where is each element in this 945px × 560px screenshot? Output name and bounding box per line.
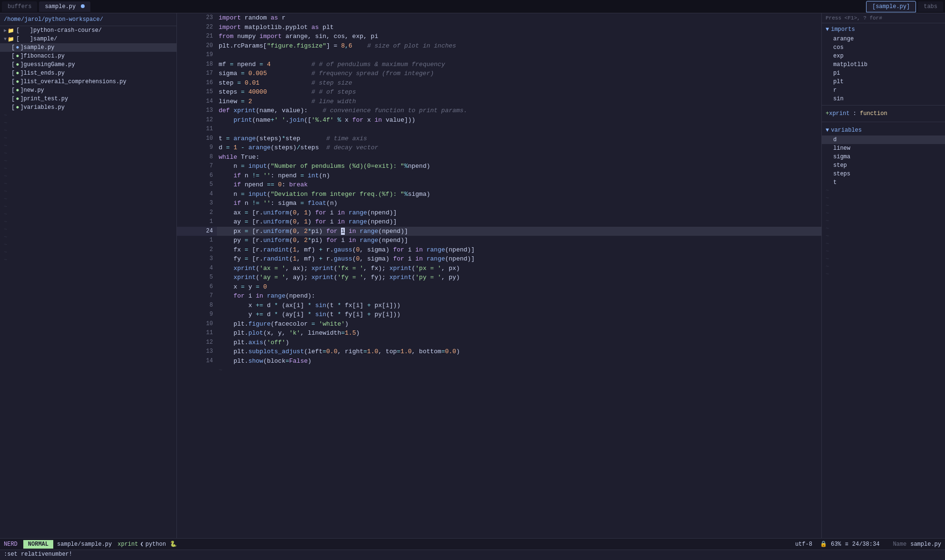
tab-right-tabs[interactable]: tabs [918,1,943,12]
tilde-row: ~ [177,366,821,375]
code-content[interactable]: if npend == 0: break [217,180,821,190]
tilde-content: ~ [217,366,821,375]
code-content[interactable]: plt.rcParams["figure.figsize"] = 8,6 # s… [217,41,821,51]
mode-indicator: NORMAL [23,540,53,549]
sidebar-item-list-comprehensions[interactable]: [ ● ]list_overall_comprehensions.py [0,77,176,86]
code-content[interactable]: plt.figure(facecolor = 'white') [217,319,821,329]
table-row: 2 fx = [r.randint(1, mf) + r.gauss(0, si… [177,245,821,255]
code-content[interactable]: fx = [r.randint(1, mf) + r.gauss(0, sigm… [217,245,821,255]
lock-icon: 🔒 [820,541,827,548]
cursor-position: 24/38:34 [852,541,880,548]
imports-section-header[interactable]: ▼ imports [822,23,945,35]
code-container[interactable]: 23 import random as r 22 import matplotl… [177,13,821,538]
import-sin[interactable]: sin [822,95,945,103]
code-content[interactable]: xprint('ax = ', ax); xprint('fx = ', fx)… [217,264,821,273]
code-content[interactable]: for i in range(npend): [217,291,821,301]
table-row: 14 linew = 2 # line width [177,97,821,106]
variable-linew[interactable]: linew [822,144,945,153]
import-arange[interactable]: arange [822,35,945,43]
table-row: 6 if n != '': npend = int(n) [177,171,821,181]
import-r[interactable]: r [822,86,945,95]
sidebar-item-sample-py[interactable]: [ ● ]sample.py [0,43,176,52]
line-number: 20 [177,41,217,51]
code-content[interactable]: if n != '': sigma = float(n) [217,199,821,208]
tilde-line: ~ [0,203,176,211]
code-content[interactable]: from numpy import arange, sin, cos, exp,… [217,32,821,41]
table-row: 1 py = [r.uniform(0, 2*pi) for i in rang… [177,236,821,245]
tab-buffers[interactable]: buffers [2,1,37,12]
tab-right-sample[interactable]: [sample.py] [866,1,916,12]
line-number: 22 [177,23,217,32]
code-content[interactable]: step = 0.01 # step size [217,78,821,88]
tilde-line: ~ [0,135,176,142]
tab-sample-py[interactable]: sample.py [39,1,90,12]
code-content[interactable]: t = arange(steps)*step # time axis [217,134,821,144]
code-content[interactable]: fy = [r.randint(1, mf) + r.gauss(0, sigm… [217,254,821,264]
variable-t[interactable]: t [822,178,945,187]
sidebar-item-fibonacci[interactable]: [ ● ]fibonacci.py [0,52,176,60]
table-row: 6 x = y = 0 [177,282,821,292]
tilde-line: ~ [0,188,176,195]
code-content[interactable]: ay = [r.uniform(0, 1) for i in range(npe… [217,217,821,227]
code-content[interactable]: sigma = 0.005 # frequency spread (from i… [217,69,821,78]
code-content[interactable]: x += d * (ax[i] * sin(t * fx[i] + px[i])… [217,301,821,310]
variable-steps[interactable]: steps [822,170,945,178]
import-cos[interactable]: cos [822,43,945,52]
code-content[interactable]: while True: [217,153,821,162]
code-content[interactable]: if n != '': npend = int(n) [217,171,821,181]
table-row: 12 print(name+' '.join(['%.4f' % x for x… [177,116,821,125]
tilde-line: ~ [0,233,176,241]
code-content[interactable]: plt.subplots_adjust(left=0.0, right=1.0,… [217,347,821,357]
code-content[interactable]: import matplotlib.pyplot as plt [217,23,821,32]
code-content[interactable]: n = input("Number of pendulums (%d)(0=ex… [217,162,821,171]
code-content[interactable]: y += d * (ay[i] * sin(t * fy[i] + py[i])… [217,310,821,319]
line-number [177,366,217,375]
sidebar-item-list-ends[interactable]: [ ● ]list_ends.py [0,69,176,77]
code-content[interactable]: plt.axis('off') [217,338,821,348]
code-content[interactable]: ax = [r.uniform(0, 1) for i in range(npe… [217,208,821,218]
line-number: 21 [177,32,217,41]
code-content[interactable]: steps = 40000 # # of steps [217,87,821,97]
import-plt[interactable]: plt [822,77,945,86]
variables-section-header[interactable]: ▼ variables [822,124,945,135]
code-content[interactable]: def xprint(name, value): # convenience f… [217,106,821,116]
sidebar-item-variables[interactable]: [ ● ]variables.py [0,103,176,112]
code-content[interactable]: linew = 2 # line width [217,97,821,106]
import-pi[interactable]: pi [822,69,945,77]
import-matplotlib[interactable]: matplotlib [822,60,945,69]
code-content[interactable]: n = input("Deviation from integer freq.(… [217,190,821,199]
code-content[interactable]: plt.plot(x, y, 'k', linewidth=1.5) [217,328,821,338]
code-content[interactable]: mf = npend = 4 # # of pendulums & maximu… [217,60,821,69]
table-row: 13 def xprint(name, value): # convenienc… [177,106,821,116]
command-line[interactable]: :set relativenumber! [0,550,945,560]
tilde-line: ~ [822,187,945,194]
variable-sigma[interactable]: sigma [822,153,945,161]
code-content[interactable]: d = 1 - arange(steps)/steps # decay vect… [217,143,821,153]
code-content[interactable]: xprint('ay = ', ay); xprint('fy = ', fy)… [217,273,821,282]
code-content[interactable] [217,50,821,60]
editor-area[interactable]: 23 import random as r 22 import matplotl… [177,13,821,538]
tab-bar: buffers sample.py [sample.py] tabs [0,0,945,13]
tilde-line: ~ [0,256,176,264]
sidebar-item-sample-folder[interactable]: ▼ 📁 [ ]sample/ [0,35,176,43]
sidebar-item-python-crash-course[interactable]: ▶ 📁 [ ]python-crash-course/ [0,26,176,35]
code-content[interactable]: plt.show(block=False) [217,357,821,366]
sidebar-item-print-test[interactable]: [ ● ]print_test.py [0,95,176,103]
code-content[interactable]: py = [r.uniform(0, 2*pi) for i in range(… [217,236,821,245]
code-content[interactable]: x = y = 0 [217,282,821,292]
sidebar-item-new[interactable]: [ ● ]new.py [0,86,176,95]
line-number: 13 [177,347,217,357]
xprint-entry[interactable]: +xprint : function [822,107,945,120]
right-panel-name: Name [893,541,906,548]
import-exp[interactable]: exp [822,52,945,60]
code-content-current[interactable]: px = [r.uniform(0, 2*pi) for i in range(… [217,227,821,236]
sidebar-item-guessinggame[interactable]: [ ● ]guessingGame.py [0,60,176,69]
line-number: 1 [177,217,217,227]
line-number: 13 [177,106,217,116]
variable-d[interactable]: d [822,135,945,144]
code-content[interactable]: print(name+' '.join(['%.4f' % x for x in… [217,116,821,125]
code-table: 23 import random as r 22 import matplotl… [177,13,821,375]
variable-step[interactable]: step [822,161,945,170]
code-content[interactable] [217,125,821,134]
code-content[interactable]: import random as r [217,13,821,23]
